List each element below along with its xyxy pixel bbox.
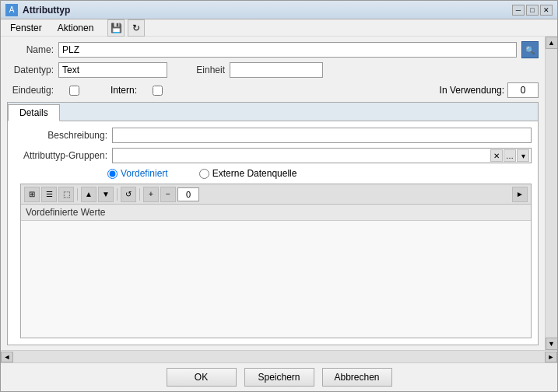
vd-scroll-right-btn[interactable]: ► bbox=[512, 187, 528, 202]
down-arrow-icon: ▼ bbox=[548, 340, 555, 348]
scroll-down-button[interactable]: ▼ bbox=[546, 338, 558, 350]
right-arrow-icon: ► bbox=[548, 353, 555, 361]
menu-aktionen[interactable]: Aktionen bbox=[51, 21, 100, 35]
scroll-right-icon: ► bbox=[516, 190, 524, 198]
save-toolbar-button[interactable]: 💾 bbox=[107, 19, 125, 37]
vd-divider-3 bbox=[139, 188, 140, 201]
close-button[interactable]: ✕ bbox=[540, 5, 553, 16]
name-row: Name: 🔍 bbox=[7, 41, 539, 58]
content-area: Name: 🔍 Datentyp: Einheit Eindeutig: Int… bbox=[1, 37, 557, 350]
refresh-icon: ↻ bbox=[132, 23, 140, 33]
menu-fenster[interactable]: Fenster bbox=[4, 21, 48, 35]
dots-icon: … bbox=[506, 152, 514, 160]
minimize-button[interactable]: ─ bbox=[512, 5, 525, 16]
vd-image-icon-btn[interactable]: ⬚ bbox=[58, 187, 74, 202]
main-content: Name: 🔍 Datentyp: Einheit Eindeutig: Int… bbox=[1, 37, 545, 350]
title-bar-controls: ─ □ ✕ bbox=[512, 5, 553, 16]
save-icon: 💾 bbox=[111, 23, 122, 33]
tab-bar: Details bbox=[8, 103, 538, 121]
tab-details[interactable]: Details bbox=[8, 104, 60, 121]
vordefiniert-label: Vordefiniert bbox=[121, 168, 168, 179]
eindeutig-checkbox[interactable] bbox=[69, 86, 79, 96]
beschreibung-label: Beschreibung: bbox=[14, 130, 107, 141]
radio-row: Vordefiniert Externe Datenquelle bbox=[14, 168, 532, 179]
vd-table: Vordefinierte Werte bbox=[21, 205, 531, 338]
tab-content-details: Beschreibung: Attributtyp-Gruppen: ✕ bbox=[8, 121, 538, 345]
maximize-icon: □ bbox=[530, 6, 534, 14]
menu-bar: Fenster Aktionen 💾 ↻ bbox=[1, 19, 557, 37]
abbrechen-button[interactable]: Abbrechen bbox=[322, 368, 392, 387]
up-arrow-icon: ▲ bbox=[85, 190, 93, 198]
vd-add-btn[interactable]: + bbox=[143, 187, 159, 202]
h-scroll-track[interactable] bbox=[13, 351, 545, 362]
eindeutig-label: Eindeutig: bbox=[7, 85, 54, 96]
vd-recycle-btn[interactable]: ↺ bbox=[121, 187, 136, 202]
einheit-label: Einheit bbox=[178, 65, 225, 75]
column-icon: ☰ bbox=[46, 190, 53, 198]
x-icon: ✕ bbox=[493, 152, 500, 160]
vd-table-icon-btn[interactable]: ⊞ bbox=[24, 187, 40, 202]
window-title: Attributtyp bbox=[23, 5, 512, 16]
vd-up-btn[interactable]: ▲ bbox=[81, 187, 97, 202]
attributtyp-gruppen-row: Attributtyp-Gruppen: ✕ … bbox=[14, 148, 532, 163]
chevron-down-icon: ▾ bbox=[521, 152, 525, 160]
externe-datenquelle-label: Externe Datenquelle bbox=[212, 168, 297, 179]
title-bar: A Attributtyp ─ □ ✕ bbox=[1, 1, 557, 19]
intern-label: Intern: bbox=[111, 85, 137, 96]
maximize-button[interactable]: □ bbox=[526, 5, 539, 16]
up-arrow-icon: ▲ bbox=[548, 39, 555, 47]
in-verwendung-group: In Verwendung: bbox=[440, 82, 539, 98]
vd-column-header: Vordefinierte Werte bbox=[21, 205, 531, 221]
h-scroll-left-button[interactable]: ◄ bbox=[1, 352, 13, 362]
beschreibung-row: Beschreibung: bbox=[14, 128, 532, 143]
externe-datenquelle-radio[interactable] bbox=[199, 169, 209, 179]
vd-down-btn[interactable]: ▼ bbox=[98, 187, 114, 202]
name-input[interactable] bbox=[58, 42, 517, 58]
h-scroll-right-button[interactable]: ► bbox=[545, 352, 557, 362]
intern-checkbox[interactable] bbox=[153, 86, 163, 96]
datentyp-label: Datentyp: bbox=[7, 65, 54, 75]
scroll-up-button[interactable]: ▲ bbox=[546, 37, 558, 49]
in-verwendung-input[interactable] bbox=[507, 82, 539, 98]
recycle-icon: ↺ bbox=[125, 190, 132, 198]
gruppe-clear-button[interactable]: ✕ bbox=[490, 149, 503, 162]
attributtyp-gruppen-label: Attributtyp-Gruppen: bbox=[14, 150, 107, 161]
externe-datenquelle-radio-group: Externe Datenquelle bbox=[199, 168, 297, 179]
name-label: Name: bbox=[7, 44, 54, 55]
down-arrow-icon: ▼ bbox=[102, 190, 110, 198]
eindeutig-row: Eindeutig: Intern: In Verwendung: bbox=[7, 82, 539, 99]
tab-container: Details Beschreibung: Attributtyp-Gruppe… bbox=[7, 102, 539, 345]
left-arrow-icon: ◄ bbox=[4, 353, 11, 361]
gruppe-dropdown-button[interactable]: ▾ bbox=[517, 149, 529, 162]
table-icon: ⊞ bbox=[29, 190, 35, 198]
vordefiniert-toolbar: ⊞ ☰ ⬚ ▲ bbox=[21, 184, 531, 205]
plus-icon: + bbox=[149, 190, 153, 198]
gruppe-buttons: ✕ … ▾ bbox=[490, 149, 531, 162]
vordefiniert-radio-group: Vordefiniert bbox=[107, 168, 168, 179]
window-icon: A bbox=[5, 4, 18, 16]
datentyp-input[interactable] bbox=[58, 62, 167, 78]
vordefiniert-radio[interactable] bbox=[107, 169, 118, 179]
scroll-track[interactable] bbox=[546, 49, 557, 338]
attributtyp-gruppen-input[interactable] bbox=[113, 149, 490, 163]
vd-column-icon-btn[interactable]: ☰ bbox=[41, 187, 57, 202]
speichern-button[interactable]: Speichern bbox=[244, 368, 314, 387]
vd-remove-btn[interactable]: − bbox=[160, 187, 176, 202]
vd-counter-input[interactable] bbox=[177, 187, 199, 201]
name-action-button[interactable]: 🔍 bbox=[521, 41, 539, 58]
close-icon: ✕ bbox=[543, 6, 549, 14]
vordefiniert-section: ⊞ ☰ ⬚ ▲ bbox=[20, 184, 532, 338]
search-icon: 🔍 bbox=[525, 46, 535, 54]
toolbar: 💾 ↻ bbox=[107, 19, 145, 37]
minus-icon: − bbox=[166, 190, 170, 198]
main-window: A Attributtyp ─ □ ✕ Fenster Aktionen 💾 ↻ bbox=[0, 0, 558, 392]
minimize-icon: ─ bbox=[516, 6, 521, 14]
in-verwendung-label: In Verwendung: bbox=[440, 85, 504, 96]
refresh-toolbar-button[interactable]: ↻ bbox=[128, 19, 145, 37]
ok-button[interactable]: OK bbox=[167, 368, 237, 387]
right-scrollbar: ▲ ▼ bbox=[545, 37, 557, 350]
beschreibung-input[interactable] bbox=[112, 128, 532, 143]
einheit-input[interactable] bbox=[230, 62, 323, 78]
datentyp-row: Datentyp: Einheit bbox=[7, 61, 539, 79]
gruppe-more-button[interactable]: … bbox=[504, 149, 516, 162]
